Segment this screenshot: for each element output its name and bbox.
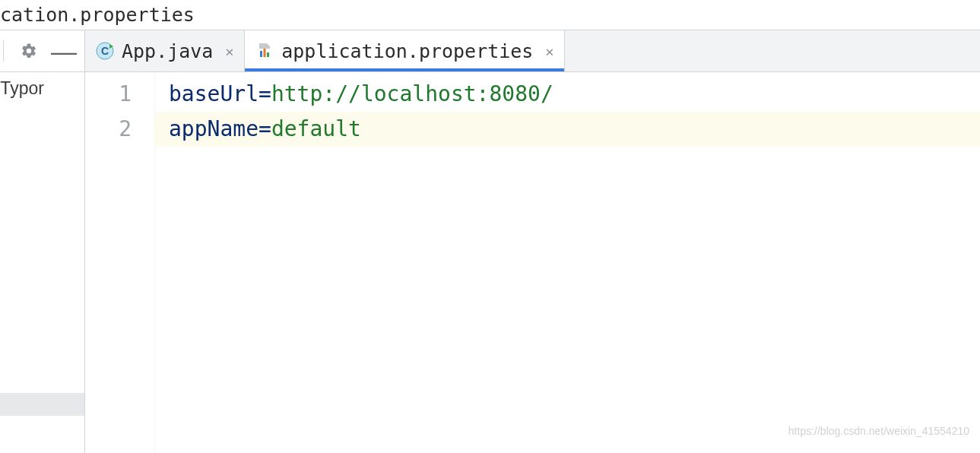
project-tree-sidebar[interactable]: oadTypor	[0, 72, 85, 453]
svg-text:C: C	[101, 45, 109, 57]
gear-icon[interactable]	[21, 43, 37, 59]
tab-application-properties[interactable]: application.properties ✕	[245, 30, 565, 71]
tree-item[interactable]: oadTypor	[0, 78, 44, 99]
file-path-bar: cation.properties	[0, 0, 980, 30]
project-tool-window-header: —	[0, 30, 85, 71]
close-icon[interactable]: ✕	[225, 43, 233, 59]
code-line[interactable]: appName=default	[155, 112, 980, 147]
code-editor[interactable]: 1 2 baseUrl=http://localhost:8080/ appNa…	[85, 72, 980, 453]
svg-rect-4	[264, 49, 266, 57]
properties-icon	[255, 42, 274, 60]
sidebar-selection-bar	[0, 393, 84, 416]
java-class-icon: C	[96, 42, 114, 60]
line-number-gutter: 1 2	[85, 72, 155, 453]
tab-app-java[interactable]: C App.java ✕	[85, 30, 245, 71]
editor-tab-strip: C App.java ✕ application.properties ✕	[85, 30, 980, 71]
line-number: 2	[85, 112, 132, 147]
close-icon[interactable]: ✕	[545, 43, 553, 59]
code-area[interactable]: baseUrl=http://localhost:8080/ appName=d…	[155, 72, 980, 453]
tab-label: application.properties	[281, 40, 533, 62]
svg-rect-3	[260, 51, 262, 57]
file-path-text: cation.properties	[0, 4, 195, 26]
svg-rect-5	[267, 52, 269, 57]
line-number: 1	[85, 77, 132, 112]
code-line[interactable]: baseUrl=http://localhost:8080/	[169, 77, 980, 112]
watermark: https://blog.csdn.net/weixin_41554210	[788, 413, 969, 448]
tab-label: App.java	[122, 40, 213, 62]
separator	[3, 40, 4, 62]
